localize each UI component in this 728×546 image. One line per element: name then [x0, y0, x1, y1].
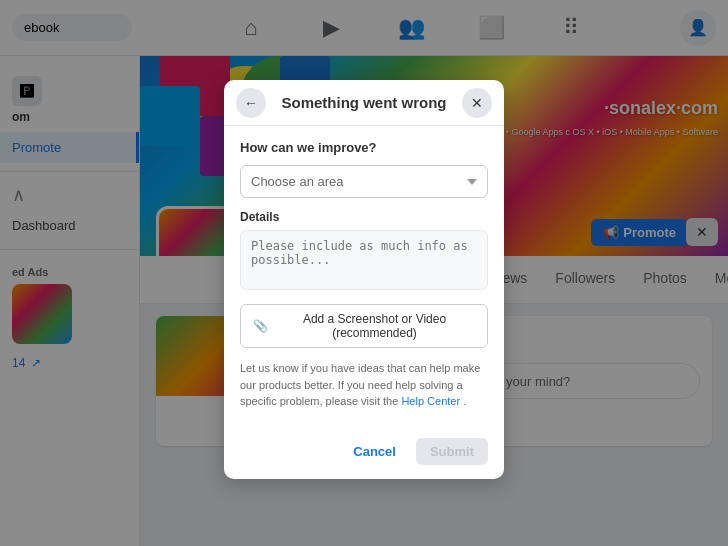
details-label: Details	[240, 210, 488, 224]
modal-question: How can we improve?	[240, 140, 488, 155]
submit-button[interactable]: Submit	[416, 438, 488, 465]
modal-overlay: ← Something went wrong ✕ How can we impr…	[0, 0, 728, 546]
paperclip-icon: 📎	[253, 319, 268, 333]
attach-btn-label: Add a Screenshot or Video (recommended)	[274, 312, 475, 340]
back-icon: ←	[244, 95, 258, 111]
details-textarea[interactable]	[240, 230, 488, 290]
help-center-link[interactable]: Help Center	[401, 395, 460, 407]
modal-body: How can we improve? Choose an area Detai…	[224, 126, 504, 428]
area-select[interactable]: Choose an area	[240, 165, 488, 198]
close-icon: ✕	[471, 95, 483, 111]
modal-note: Let us know if you have ideas that can h…	[240, 360, 488, 410]
attach-screenshot-button[interactable]: 📎 Add a Screenshot or Video (recommended…	[240, 304, 488, 348]
modal-close-button[interactable]: ✕	[462, 88, 492, 118]
modal-title: Something went wrong	[282, 94, 447, 111]
cancel-button[interactable]: Cancel	[341, 438, 408, 465]
modal-header: ← Something went wrong ✕	[224, 80, 504, 126]
modal-back-button[interactable]: ←	[236, 88, 266, 118]
feedback-modal: ← Something went wrong ✕ How can we impr…	[224, 80, 504, 479]
modal-footer: Cancel Submit	[224, 428, 504, 479]
